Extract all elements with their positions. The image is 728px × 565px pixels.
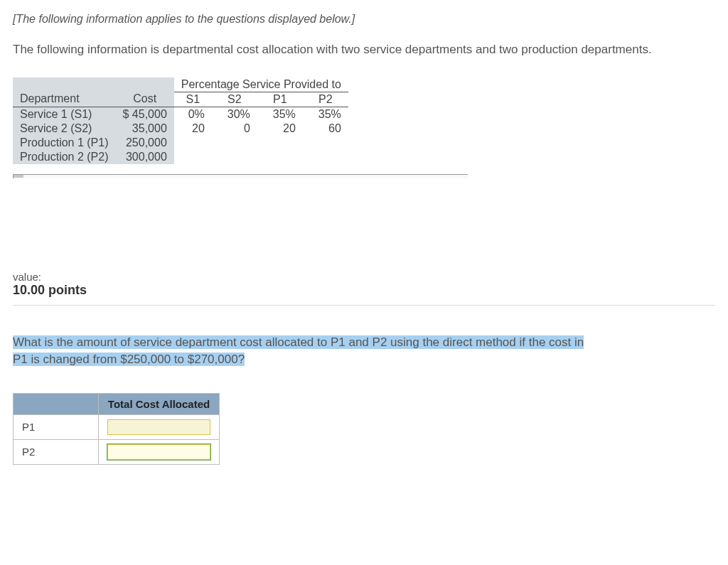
cell-cost: 250,000 xyxy=(116,136,174,150)
cell-cost: $ 45,000 xyxy=(116,107,174,122)
answer-row-label-p2: P2 xyxy=(14,439,99,464)
question-line-1: What is the amount of service department… xyxy=(13,335,584,349)
col-header-cost: Cost xyxy=(116,92,174,107)
p1-input[interactable] xyxy=(107,419,210,435)
allocation-table-wrap: Percentage Service Provided to Departmen… xyxy=(13,77,348,164)
question-text: What is the amount of service department… xyxy=(13,334,715,369)
answer-row: P1 xyxy=(14,414,220,439)
horizontal-scrollbar[interactable] xyxy=(13,174,468,178)
cell-p1: 20 xyxy=(257,122,303,136)
value-label: value: xyxy=(13,271,715,283)
answer-table: Total Cost Allocated P1 P2 xyxy=(13,393,220,465)
cell-s2: 0 xyxy=(212,122,257,136)
cell-s2: 30% xyxy=(212,107,257,122)
col-header-p2: P2 xyxy=(303,92,348,107)
intro-note: [The following information applies to th… xyxy=(13,13,715,26)
answer-header: Total Cost Allocated xyxy=(99,393,220,414)
pct-header: Percentage Service Provided to xyxy=(174,77,348,92)
answer-row-label-p1: P1 xyxy=(14,414,99,439)
cell-s1: 0% xyxy=(174,107,212,122)
cell-dept: Production 1 (P1) xyxy=(13,136,116,150)
col-header-s2: S2 xyxy=(212,92,257,107)
question-line-2: P1 is changed from $250,000 to $270,000? xyxy=(13,353,245,366)
answer-row: P2 xyxy=(14,439,220,464)
table-row: Production 2 (P2) 300,000 xyxy=(13,150,348,164)
cell-dept: Production 2 (P2) xyxy=(13,150,116,164)
cell-p2: 60 xyxy=(303,122,348,136)
cell-s1: 20 xyxy=(174,122,212,136)
value-block: value: 10.00 points xyxy=(13,271,715,306)
allocation-table: Percentage Service Provided to Departmen… xyxy=(13,77,348,164)
col-header-s1: S1 xyxy=(174,92,212,107)
table-row: Service 2 (S2) 35,000 20 0 20 60 xyxy=(13,122,348,136)
table-row: Production 1 (P1) 250,000 xyxy=(13,136,348,150)
cell-dept: Service 1 (S1) xyxy=(13,107,116,122)
col-header-p1: P1 xyxy=(257,92,303,107)
p2-input[interactable] xyxy=(107,444,210,460)
col-header-dept: Department xyxy=(13,92,116,107)
cell-cost: 35,000 xyxy=(116,122,174,136)
cell-dept: Service 2 (S2) xyxy=(13,122,116,136)
table-row: Service 1 (S1) $ 45,000 0% 30% 35% 35% xyxy=(13,107,348,122)
cell-p1: 35% xyxy=(257,107,303,122)
answer-corner xyxy=(14,393,99,414)
cell-p2: 35% xyxy=(303,107,348,122)
value-points: 10.00 points xyxy=(13,283,715,298)
cell-cost: 300,000 xyxy=(116,150,174,164)
intro-paragraph: The following information is departmenta… xyxy=(13,41,715,59)
